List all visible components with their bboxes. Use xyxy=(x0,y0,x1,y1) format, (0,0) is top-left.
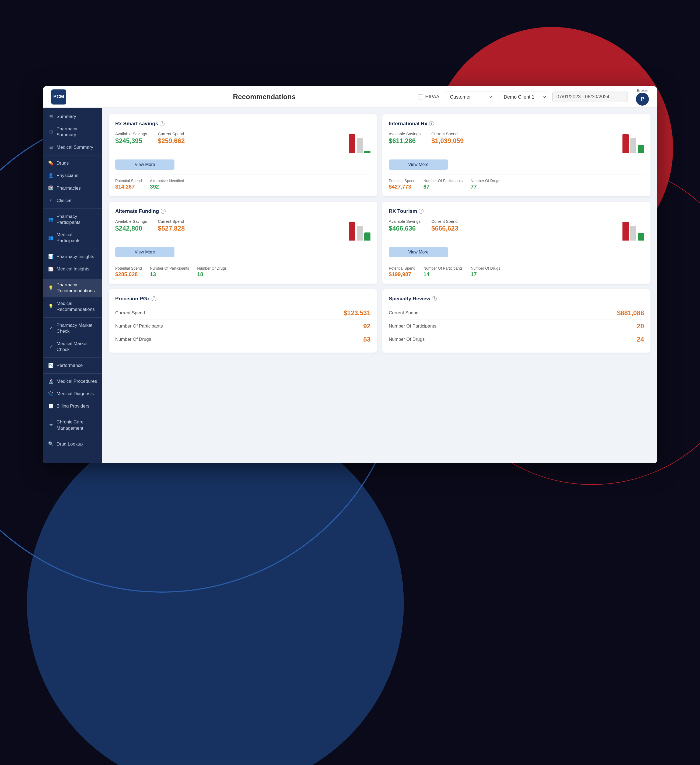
hipaa-checkbox-label[interactable]: HIPAA xyxy=(418,94,439,100)
rx-smart-savings-bottom-row: Potential Spend $14,267 Alternative Iden… xyxy=(115,175,370,190)
tourism-drugs: Number Of Drugs 17 xyxy=(471,266,500,277)
sidebar-item-medical-market-check[interactable]: ✔ Medical Market Check xyxy=(43,337,102,356)
current-spend-value-1: $259,662 xyxy=(158,137,185,145)
sidebar-item-medical-participants[interactable]: 👥 Medical Participants xyxy=(43,229,102,247)
tourism-current-spend-value: $666,623 xyxy=(431,225,458,232)
rx-smart-savings-title: Rx Smart savings i xyxy=(115,121,370,127)
rx-smart-savings-chart xyxy=(349,131,370,153)
bar-green-1 xyxy=(364,151,370,153)
sidebar-item-performance[interactable]: 📉 Performance xyxy=(43,359,102,372)
bar-green-4 xyxy=(638,233,644,241)
sidebar-item-drugs[interactable]: 💊 Drugs xyxy=(43,157,102,170)
hipaa-label: HIPAA xyxy=(425,94,439,100)
int-potential-spend-label: Potential Spend xyxy=(389,179,416,183)
specialty-participants-row: Number Of Participants 20 xyxy=(389,320,644,333)
specialty-drugs-row: Number Of Drugs 24 xyxy=(389,333,644,346)
rx-tourism-view-more[interactable]: View More xyxy=(389,247,448,257)
rx-tourism-metrics: Available Savings $466,636 Current Spend… xyxy=(389,219,617,232)
rx-smart-savings-view-more[interactable]: View More xyxy=(115,159,174,170)
customer-dropdown[interactable]: Customer Employee xyxy=(445,91,493,102)
sidebar-label-pharmacy-insights: Pharmacy Insights xyxy=(57,254,94,260)
bar-green-2 xyxy=(638,145,644,153)
sidebar-label-medical-market-check: Medical Market Check xyxy=(57,341,97,353)
date-range: 07/01/2023 - 06/30/2024 xyxy=(552,91,628,102)
people-icon-2: 👥 xyxy=(48,235,54,241)
main-content: Rx Smart savings i Available Savings $24… xyxy=(102,108,657,463)
precision-drugs-label: Number Of Drugs xyxy=(115,337,151,342)
tourism-potential-spend-value: $199,987 xyxy=(389,271,416,277)
alt-drugs: Number Of Drugs 18 xyxy=(197,266,227,277)
sidebar-item-medical-summary[interactable]: ⊞ Medical Summary xyxy=(43,141,102,154)
alternate-funding-bottom-row: Potential Spend $285,028 Number Of Parti… xyxy=(115,262,370,277)
tourism-potential-spend-label: Potential Spend xyxy=(389,266,416,271)
alt-available-savings-value: $242,800 xyxy=(115,225,147,232)
user-avatar[interactable]: P xyxy=(636,93,649,105)
alternate-funding-view-more[interactable]: View More xyxy=(115,247,174,257)
alt-available-savings: Available Savings $242,800 xyxy=(115,219,147,232)
page-title: Recommendations xyxy=(233,93,296,101)
building-icon: 🏥 xyxy=(48,185,54,191)
potential-spend-label-1: Potential Spend xyxy=(115,179,142,183)
card-alternate-funding: Alternate Funding i Available Savings $2… xyxy=(109,202,377,284)
user-badge: Broker P xyxy=(636,88,649,105)
sidebar-item-pharmacy-insights[interactable]: 📊 Pharmacy Insights xyxy=(43,250,102,263)
sidebar-item-medical-procedures[interactable]: 🔬 Medical Procedures xyxy=(43,375,102,387)
sidebar-item-summary[interactable]: ⊞ Summary xyxy=(43,110,102,123)
sidebar-item-pharmacy-participants[interactable]: 👥 Pharmacy Participants xyxy=(43,210,102,229)
rx-smart-savings-info-icon[interactable]: i xyxy=(160,121,165,126)
sidebar-item-pharmacy-summary[interactable]: ⊞ Pharmacy Summary xyxy=(43,123,102,141)
check-icon: ✔ xyxy=(48,326,54,331)
international-rx-title: International Rx i xyxy=(389,121,644,127)
sidebar-divider-1 xyxy=(43,155,102,156)
alternate-funding-info-icon[interactable]: i xyxy=(161,209,166,214)
international-rx-info-icon[interactable]: i xyxy=(429,121,434,126)
sidebar-item-pharmacies[interactable]: 🏥 Pharmacies xyxy=(43,182,102,195)
specialty-participants-value: 20 xyxy=(637,323,644,330)
available-savings-value: $245,395 xyxy=(115,137,147,145)
rx-tourism-info-icon[interactable]: i xyxy=(419,209,424,214)
sidebar-item-drug-lookup[interactable]: 🔍 Drug Lookup xyxy=(43,438,102,450)
alt-drugs-label: Number Of Drugs xyxy=(197,266,227,271)
tourism-available-savings-value: $466,636 xyxy=(389,225,421,232)
bar-gray-2 xyxy=(630,138,636,153)
international-rx-metrics: Available Savings $611,286 Current Spend… xyxy=(389,131,617,145)
precision-pgx-info-icon[interactable]: i xyxy=(152,296,157,301)
specialty-participants-label: Number Of Participants xyxy=(389,324,436,329)
sidebar-item-chronic-care[interactable]: ❤ Chronic Care Management xyxy=(43,416,102,434)
sidebar-item-pharmacy-recommendations[interactable]: 💡 Pharmacy Recommendations xyxy=(43,279,102,297)
sidebar-label-physicians: Physicians xyxy=(57,173,78,179)
alt-participants-label: Number Of Participants xyxy=(150,266,189,271)
specialty-drugs-value: 24 xyxy=(637,335,644,343)
sidebar-divider-7 xyxy=(43,373,102,374)
sidebar-label-pharmacies: Pharmacies xyxy=(57,185,81,191)
logo: PCM xyxy=(51,90,66,104)
header-center: Recommendations xyxy=(110,93,418,101)
sidebar-item-medical-insights[interactable]: 📈 Medical Insights xyxy=(43,263,102,275)
logo-area: PCM xyxy=(51,90,110,104)
sidebar-item-medical-recommendations[interactable]: 💡 Medical Recommendations xyxy=(43,298,102,316)
international-rx-bottom-row: Potential Spend $427,773 Number Of Parti… xyxy=(389,175,644,190)
sidebar-label-drug-lookup: Drug Lookup xyxy=(57,441,83,447)
sidebar-item-physicians[interactable]: 👤 Physicians xyxy=(43,170,102,182)
sidebar-divider-3 xyxy=(43,249,102,249)
hipaa-checkbox-input[interactable] xyxy=(418,94,423,99)
alt-drugs-value: 18 xyxy=(197,271,227,277)
bar-red-4 xyxy=(623,222,629,241)
bar-red-2 xyxy=(623,134,629,153)
sidebar-item-clinical[interactable]: ⚕ Clinical xyxy=(43,195,102,207)
specialty-review-info-icon[interactable]: i xyxy=(432,296,437,301)
sidebar-label-drugs: Drugs xyxy=(57,160,69,166)
grid-icon-2: ⊞ xyxy=(48,129,54,135)
tourism-current-spend: Current Spend $666,623 xyxy=(431,219,458,232)
sidebar-item-billing-providers[interactable]: 🧾 Billing Providers xyxy=(43,400,102,412)
header: PCM Recommendations HIPAA Customer Emplo… xyxy=(43,86,657,108)
card-rx-smart-savings: Rx Smart savings i Available Savings $24… xyxy=(109,114,377,196)
alt-current-spend-label: Current Spend xyxy=(158,219,185,224)
international-rx-view-more[interactable]: View More xyxy=(389,159,448,170)
sidebar-item-pharmacy-market-check[interactable]: ✔ Pharmacy Market Check xyxy=(43,319,102,337)
alternative-label: Alternative Identified xyxy=(150,179,184,183)
sidebar-label-medical-insights: Medical Insights xyxy=(57,266,89,272)
rx-smart-savings-available-savings: Available Savings $245,395 xyxy=(115,131,147,145)
sidebar-item-medical-diagnosis[interactable]: 🩺 Medical Diagnosis xyxy=(43,387,102,400)
client-dropdown[interactable]: Demo Client 1 Demo Client 2 xyxy=(499,91,547,102)
